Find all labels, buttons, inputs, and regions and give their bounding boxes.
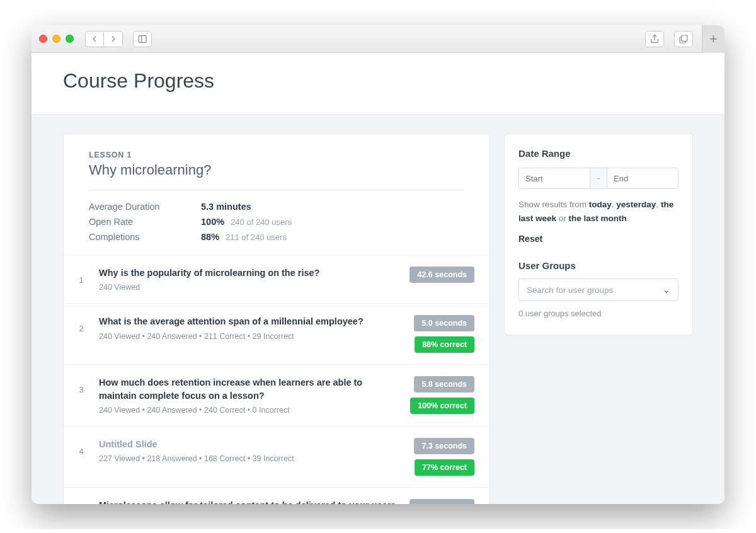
date-separator: - [590, 168, 607, 189]
slide-row[interactable]: 4Untitled Slide227 Viewed • 218 Answered… [64, 426, 490, 487]
slide-time-pill: 5.8 seconds [414, 376, 474, 393]
page-header: Course Progress [32, 53, 724, 115]
user-groups-select[interactable]: Search for user groups ⌄ [518, 278, 679, 301]
forward-button[interactable] [104, 31, 123, 47]
open-rate-value: 100% [201, 217, 224, 227]
date-end-input[interactable] [607, 168, 679, 189]
new-tab-button[interactable]: + [702, 25, 724, 53]
slide-title: How much does retention increase when le… [99, 376, 399, 402]
completions-sub: 211 of 240 users [226, 232, 287, 242]
slide-time-pill: 42.6 seconds [410, 266, 474, 283]
slide-row[interactable]: 2What is the average attention span of a… [64, 303, 490, 364]
slide-number: 2 [75, 315, 88, 333]
user-groups-selected-count: 0 user groups selected [518, 309, 679, 318]
slide-time-pill: 5.0 seconds [414, 315, 474, 331]
slide-time-pill: 10.5 seconds [410, 499, 474, 504]
slide-title: Why is the popularity of microlearning o… [99, 266, 398, 279]
tabs-button[interactable] [674, 31, 693, 47]
sidebar-toggle-button[interactable] [133, 31, 152, 47]
user-groups-title: User Groups [518, 260, 679, 271]
date-helper-text: Show results from today, yesterday, the … [518, 198, 679, 225]
completions-label: Completions [89, 232, 183, 242]
slide-stats: 240 Viewed • 240 Answered • 211 Correct … [99, 332, 403, 341]
slide-stats: 240 Viewed [99, 283, 398, 292]
preset-yesterday[interactable]: yesterday [616, 200, 656, 209]
browser-titlebar: + [32, 25, 724, 53]
preset-today[interactable]: today [589, 200, 612, 209]
slide-title: What is the average attention span of a … [99, 315, 403, 328]
slide-row[interactable]: 5Microlessons allow for tailored content… [64, 487, 490, 504]
slide-number: 4 [75, 438, 88, 456]
slide-correct-pill: 88% correct [415, 336, 474, 353]
slide-stats: 240 Viewed • 240 Answered • 240 Correct … [99, 406, 399, 415]
share-icon [650, 34, 660, 44]
page-title: Course Progress [63, 69, 693, 93]
user-groups-placeholder: Search for user groups [527, 285, 613, 295]
share-button[interactable] [645, 31, 664, 47]
lesson-number: LESSON 1 [89, 151, 464, 159]
slide-row[interactable]: 1Why is the popularity of microlearning … [64, 255, 490, 303]
window-zoom-icon[interactable] [66, 35, 74, 43]
lesson-card: LESSON 1 Why microlearning? Average Dura… [63, 134, 490, 504]
sidebar-icon [137, 34, 147, 44]
chevron-left-icon [89, 34, 100, 44]
slide-time-pill: 7.3 seconds [414, 438, 474, 454]
chevron-right-icon [108, 34, 118, 44]
slide-title: Microlessons allow for tailored content … [99, 499, 398, 504]
completions-value: 88% [201, 232, 219, 242]
back-button[interactable] [85, 31, 104, 47]
slide-title: Untitled Slide [99, 438, 403, 450]
slide-row[interactable]: 3How much does retention increase when l… [64, 364, 490, 426]
svg-rect-0 [139, 35, 146, 42]
open-rate-label: Open Rate [89, 217, 183, 227]
slide-number: 3 [75, 376, 88, 394]
slide-correct-pill: 100% correct [410, 398, 474, 414]
date-start-input[interactable] [518, 168, 590, 189]
open-rate-sub: 240 of 240 users [231, 217, 292, 227]
chevron-down-icon: ⌄ [663, 285, 670, 295]
slide-correct-pill: 77% correct [415, 459, 474, 476]
filters-card: Date Range - Show results from today, ye… [504, 134, 693, 335]
window-minimize-icon[interactable] [52, 35, 60, 43]
avg-duration-value: 5.3 minutes [201, 202, 251, 212]
tabs-icon [679, 34, 689, 44]
svg-rect-3 [682, 35, 687, 41]
preset-last-month[interactable]: the last month [569, 214, 627, 223]
slide-stats: 227 Viewed • 218 Answered • 168 Correct … [99, 454, 403, 463]
slide-number: 5 [75, 499, 88, 504]
lesson-title: Why microlearning? [89, 162, 464, 178]
date-range-title: Date Range [518, 148, 679, 159]
avg-duration-label: Average Duration [89, 202, 183, 212]
reset-button[interactable]: Reset [518, 234, 679, 244]
window-close-icon[interactable] [39, 35, 47, 43]
slide-number: 1 [75, 266, 88, 285]
